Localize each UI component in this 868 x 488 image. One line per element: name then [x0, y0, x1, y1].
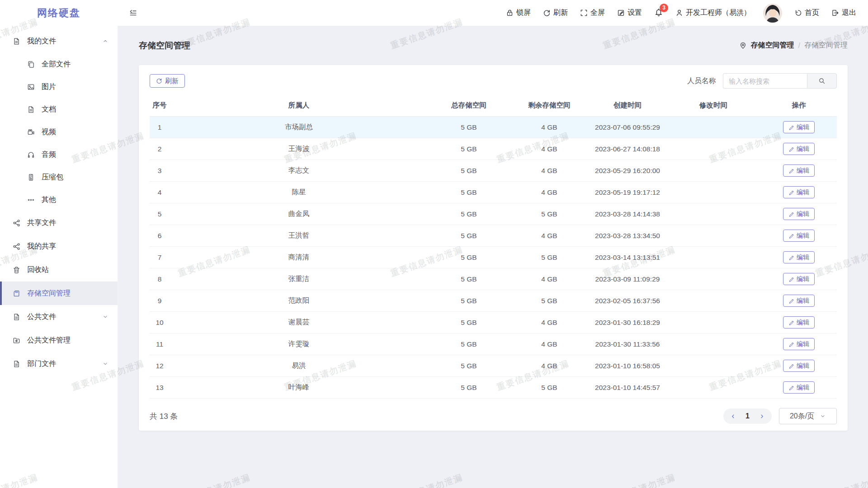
search-input[interactable]: [723, 73, 807, 89]
sidebar-item-images[interactable]: 图片: [0, 75, 118, 98]
lock-screen-button[interactable]: 锁屏: [506, 8, 531, 18]
cell-remaining: 4 GB: [509, 333, 589, 355]
menu-fold-icon[interactable]: [129, 9, 137, 17]
cell-remaining: 5 GB: [509, 290, 589, 312]
page-size-value: 20条/页: [790, 412, 814, 421]
lock-icon: [506, 9, 514, 17]
cell-created: 2023-01-10 14:45:57: [589, 377, 666, 399]
edit-button[interactable]: 编辑: [783, 360, 815, 372]
refresh-button[interactable]: 刷新: [543, 8, 568, 18]
edit-button[interactable]: 编辑: [783, 208, 815, 220]
prev-page-icon[interactable]: [730, 413, 736, 420]
cell-owner: 李志文: [170, 160, 428, 182]
cell-created: 2023-06-27 14:08:18: [589, 138, 666, 160]
pencil-icon: [788, 276, 794, 282]
edit-button[interactable]: 编辑: [783, 186, 815, 198]
edit-button[interactable]: 编辑: [783, 273, 815, 285]
sidebar-item-all-files[interactable]: 全部文件: [0, 53, 118, 75]
sidebar-item-audio[interactable]: 音频: [0, 143, 118, 166]
cell-modified: [666, 138, 761, 160]
edit-button[interactable]: 编辑: [783, 121, 815, 133]
share-icon: [13, 219, 20, 227]
pager: 1: [723, 408, 772, 424]
next-page-icon[interactable]: [759, 413, 765, 420]
cell-modified: [666, 203, 761, 225]
edit-button-label: 编辑: [797, 275, 809, 283]
page-title: 存储空间管理: [139, 40, 190, 52]
avatar[interactable]: [763, 4, 782, 23]
pencil-icon: [788, 233, 794, 239]
breadcrumb-separator: /: [798, 42, 800, 50]
sidebar-item-videos[interactable]: 视频: [0, 121, 118, 143]
cell-total: 5 GB: [428, 268, 509, 290]
edit-button[interactable]: 编辑: [783, 143, 815, 155]
app-logo: 网络硬盘: [0, 0, 118, 26]
edit-button[interactable]: 编辑: [783, 164, 815, 177]
cell-owner: 曲金凤: [170, 203, 428, 225]
sidebar-item-label: 其他: [42, 195, 56, 205]
edit-square-icon: [617, 9, 625, 17]
edit-button[interactable]: 编辑: [783, 338, 815, 350]
table-row: 7 商清清 5 GB 5 GB 2023-03-14 13:13:51 编辑: [150, 247, 837, 268]
cell-total: 5 GB: [428, 312, 509, 333]
cell-seq: 3: [150, 160, 170, 182]
user-role-label: 开发工程师（易洪）: [686, 8, 751, 18]
header-remaining: 剩余存储空间: [509, 95, 589, 117]
notifications-button[interactable]: 3: [654, 8, 663, 19]
table-refresh-button[interactable]: 刷新: [150, 74, 185, 88]
notification-badge: 3: [660, 4, 668, 12]
edit-button-label: 编辑: [797, 188, 809, 197]
zip-icon: [27, 174, 35, 181]
sidebar-item-storage-management[interactable]: 存储空间管理: [0, 282, 118, 305]
edit-button-label: 编辑: [797, 297, 809, 305]
edit-button[interactable]: 编辑: [783, 230, 815, 242]
cell-modified: [666, 247, 761, 268]
cell-created: 2023-03-09 11:09:29: [589, 268, 666, 290]
user-role-button[interactable]: 开发工程师（易洪）: [675, 8, 751, 18]
header-owner: 所属人: [170, 95, 428, 117]
pencil-icon: [788, 146, 794, 152]
search-button[interactable]: [807, 73, 837, 89]
sidebar-item-public-files-management[interactable]: 公共文件管理: [0, 328, 118, 352]
pencil-icon: [788, 211, 794, 217]
edit-button[interactable]: 编辑: [783, 381, 815, 394]
sidebar-item-recycle-bin[interactable]: 回收站: [0, 258, 118, 282]
cell-actions: 编辑: [761, 182, 837, 203]
edit-button[interactable]: 编辑: [783, 251, 815, 263]
sidebar-item-docs[interactable]: 文档: [0, 98, 118, 121]
sidebar-item-label: 公共文件: [27, 312, 56, 322]
cell-modified: [666, 312, 761, 333]
sidebar-item-shared-files[interactable]: 共享文件: [0, 211, 118, 235]
sidebar-item-archives[interactable]: 压缩包: [0, 166, 118, 188]
cell-seq: 5: [150, 203, 170, 225]
folder-gear-icon: [13, 337, 20, 344]
table-row: 8 张重洁 5 GB 4 GB 2023-03-09 11:09:29 编辑: [150, 268, 837, 290]
cell-remaining: 4 GB: [509, 160, 589, 182]
settings-button[interactable]: 设置: [617, 8, 642, 18]
sidebar-item-my-shares[interactable]: 我的共享: [0, 235, 118, 258]
current-page[interactable]: 1: [745, 412, 750, 420]
sidebar-item-my-files[interactable]: 我的文件: [0, 29, 118, 53]
edit-button[interactable]: 编辑: [783, 295, 815, 307]
table-row: 5 曲金凤 5 GB 5 GB 2023-03-28 14:14:38 编辑: [150, 203, 837, 225]
sidebar-item-department-files[interactable]: 部门文件: [0, 352, 118, 375]
cell-created: 2023-01-30 11:33:56: [589, 333, 666, 355]
page-size-select[interactable]: 20条/页: [779, 408, 837, 424]
edit-button-label: 编辑: [797, 145, 809, 153]
fullscreen-button[interactable]: 全屏: [580, 8, 605, 18]
video-camera-icon: [27, 128, 35, 136]
breadcrumb: 存储空间管理 / 存储空间管理: [739, 41, 848, 50]
sidebar-item-public-files[interactable]: 公共文件: [0, 305, 118, 328]
home-button[interactable]: 首页: [794, 8, 819, 18]
cell-remaining: 4 GB: [509, 225, 589, 247]
header-total: 总存储空间: [428, 95, 509, 117]
image-icon: [27, 83, 35, 91]
edit-button[interactable]: 编辑: [783, 316, 815, 328]
header-modified: 修改时间: [666, 95, 761, 117]
logout-button[interactable]: 退出: [831, 8, 856, 18]
sidebar-item-others[interactable]: 其他: [0, 188, 118, 211]
refresh-label: 刷新: [553, 8, 568, 18]
sidebar-item-label: 回收站: [27, 265, 49, 275]
chevron-down-icon: [102, 314, 108, 320]
cell-owner: 谢晨芸: [170, 312, 428, 333]
